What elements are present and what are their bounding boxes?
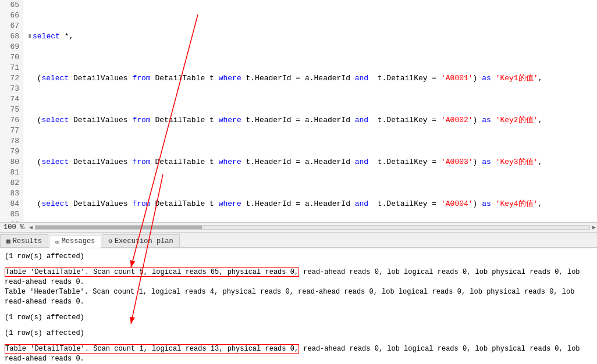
- tab-messages-label: Messages: [62, 237, 95, 245]
- app: 65 66 67 68 69 70 71 72 73 74 75 76 77 7…: [0, 0, 597, 364]
- editor-area[interactable]: 65 66 67 68 69 70 71 72 73 74 75 76 77 7…: [0, 0, 597, 222]
- tabs-area: ▦ Results ✉ Messages ⚙ Execution plan: [0, 233, 597, 248]
- msg-spacer-2: [5, 307, 592, 313]
- messages-area[interactable]: (1 row(s) affected) Table 'DetailTable'.…: [0, 248, 597, 364]
- scroll-right-icon[interactable]: ▶: [591, 224, 597, 231]
- plan-icon: ⚙: [108, 237, 112, 245]
- msg-highlighted-2: Table 'DetailTable'. Scan count 1, logic…: [5, 344, 299, 354]
- msg-spacer-4: [5, 338, 592, 344]
- msg-line-3: (1 row(s) affected): [5, 329, 592, 338]
- code-line-69: (select DetailValues from DetailTable t …: [28, 199, 597, 209]
- scroll-left-icon[interactable]: ◀: [28, 224, 34, 231]
- msg-line-header-table-1: Table 'HeaderTable'. Scan count 1, logic…: [5, 287, 592, 307]
- code-container: 65 66 67 68 69 70 71 72 73 74 75 76 77 7…: [0, 0, 597, 222]
- hscroll-thumb[interactable]: [35, 226, 202, 229]
- message-icon: ✉: [55, 238, 59, 245]
- zoom-scroll-bar: 100 % ◀ ▶: [0, 222, 597, 233]
- msg-line-1: (1 row(s) affected): [5, 252, 592, 262]
- msg-line-2: (1 row(s) affected): [5, 313, 592, 323]
- code-line-65: ∎select *,: [28, 31, 597, 42]
- code-lines: ∎select *, (select DetailValues from Det…: [23, 0, 597, 222]
- line-numbers: 65 66 67 68 69 70 71 72 73 74 75 76 77 7…: [0, 0, 23, 222]
- code-line-68: (select DetailValues from DetailTable t …: [28, 157, 597, 167]
- tab-execution-plan-label: Execution plan: [115, 237, 173, 245]
- code-line-67: (select DetailValues from DetailTable t …: [28, 115, 597, 126]
- msg-highlighted-1: Table 'DetailTable'. Scan count 5, logic…: [5, 267, 299, 277]
- tab-results[interactable]: ▦ Results: [0, 234, 48, 247]
- grid-icon: ▦: [6, 237, 10, 245]
- msg-line-detail-table-2: Table 'DetailTable'. Scan count 1, logic…: [5, 344, 592, 364]
- code-line-66: (select DetailValues from DetailTable t …: [28, 73, 597, 84]
- hscroll-track[interactable]: [35, 225, 590, 230]
- msg-spacer-3: [5, 323, 592, 329]
- msg-line-detail-table-1: Table 'DetailTable'. Scan count 5, logic…: [5, 267, 592, 287]
- tab-execution-plan[interactable]: ⚙ Execution plan: [102, 234, 179, 247]
- tab-results-label: Results: [13, 237, 42, 245]
- msg-spacer-1: [5, 262, 592, 267]
- zoom-label: 100 %: [0, 223, 28, 231]
- tab-messages[interactable]: ✉ Messages: [49, 235, 101, 248]
